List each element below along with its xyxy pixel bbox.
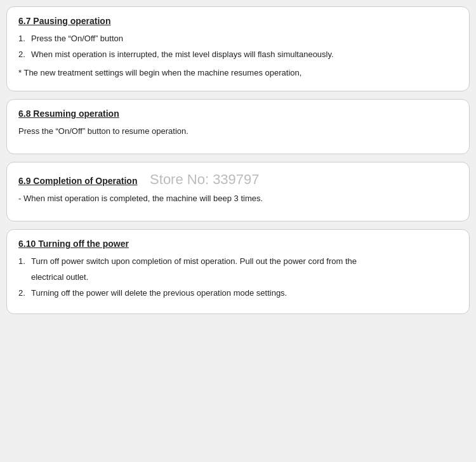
list-text: Press the “On/Off” button xyxy=(31,32,458,46)
list-number: 1. xyxy=(18,255,29,268)
section-6-10-title: 6.10 Turning off the power xyxy=(18,239,129,249)
section-6-8: 6.8 Resuming operation Press the “On/Off… xyxy=(6,99,470,154)
section-6-7: 6.7 Pausing operation 1. Press the “On/O… xyxy=(6,6,470,91)
section-6-9: 6.9 Completion of Operation Store No: 33… xyxy=(6,162,470,221)
list-item: 1. Turn off power switch upon completion… xyxy=(18,255,458,268)
list-text-main: Turn off power switch upon completion of… xyxy=(31,256,357,266)
section-6-7-title: 6.7 Pausing operation xyxy=(18,16,110,26)
list-number: 2. xyxy=(18,287,29,300)
section-6-9-title: 6.9 Completion of Operation xyxy=(18,176,137,186)
list-text: When mist operation is interrupted, the … xyxy=(31,48,458,62)
section-6-7-note: * The new treatment settings will begin … xyxy=(18,67,458,80)
list-number: 2. xyxy=(18,48,29,62)
list-text: Turning off the power will delete the pr… xyxy=(31,287,458,300)
list-item: 2. When mist operation is interrupted, t… xyxy=(18,48,458,62)
list-text: Turn off power switch upon completion of… xyxy=(31,255,458,268)
section-6-8-title: 6.8 Resuming operation xyxy=(18,109,119,119)
list-continuation: electrical outlet. xyxy=(18,271,458,284)
store-watermark: Store No: 339797 xyxy=(150,171,259,187)
list-item: 2. Turning off the power will delete the… xyxy=(18,287,458,300)
list-item: 1. Press the “On/Off” button xyxy=(18,32,458,46)
section-6-9-body: - When mist operation is completed, the … xyxy=(18,192,458,206)
section-6-8-body: Press the “On/Off” button to resume oper… xyxy=(18,125,458,138)
list-number: 1. xyxy=(18,32,29,46)
section-6-10: 6.10 Turning off the power 1. Turn off p… xyxy=(6,229,470,314)
